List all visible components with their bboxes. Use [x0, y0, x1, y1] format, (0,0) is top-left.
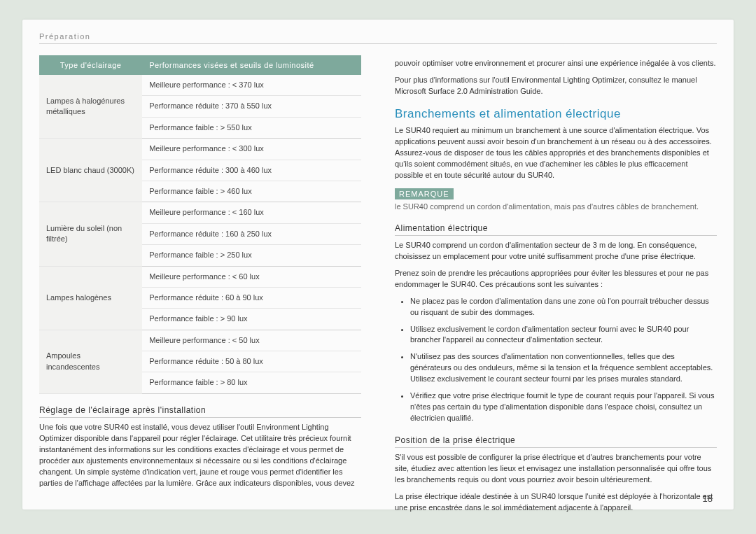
subhead-alimentation: Alimentation électrique — [395, 223, 717, 236]
note-badge: REMARQUE — [395, 188, 454, 199]
list-item: Ne placez pas le cordon d'alimentation d… — [410, 296, 717, 318]
heading-branchements: Branchements et alimentation électrique — [395, 107, 717, 121]
table-header-type: Type d'éclairage — [39, 55, 142, 75]
table-perf-cell: Meilleure performance : < 60 lux — [142, 266, 361, 287]
para-intro2: Pour plus d'informations sur l'outil Env… — [395, 75, 717, 97]
breadcrumb: Préparation — [39, 32, 717, 44]
para-reglage: Une fois que votre SUR40 est installé, v… — [39, 422, 361, 489]
table-type-cell: LED blanc chaud (3000K) — [39, 139, 142, 202]
table-perf-cell: Performance faible : > 80 lux — [142, 372, 361, 393]
para-intro1: pouvoir optimiser votre environnement et… — [395, 58, 717, 69]
power-bullets: Ne placez pas le cordon d'alimentation d… — [395, 296, 717, 424]
table-perf-cell: Performance réduite : 60 à 90 lux — [142, 287, 361, 308]
para-outlet1: S'il vous est possible de configurer la … — [395, 452, 717, 486]
table-perf-cell: Performance réduite : 50 à 80 lux — [142, 351, 361, 372]
para-main: Le SUR40 requiert au minimum un branchem… — [395, 125, 717, 181]
table-perf-cell: Performance faible : > 90 lux — [142, 309, 361, 330]
table-perf-cell: Meilleure performance : < 50 lux — [142, 330, 361, 351]
table-header-perf: Performances visées et seuils de luminos… — [142, 55, 361, 75]
table-type-cell: Lumière du soleil (non filtrée) — [39, 202, 142, 266]
lighting-table: Type d'éclairage Performances visées et … — [39, 55, 361, 394]
subhead-reglage: Réglage de l'éclairage après l'installat… — [39, 405, 361, 418]
list-item: N'utilisez pas des sources d'alimentatio… — [410, 351, 717, 385]
table-type-cell: Ampoules incandescentes — [39, 330, 142, 393]
list-item: Utilisez exclusivement le cordon d'alime… — [410, 324, 717, 346]
table-perf-cell: Meilleure performance : < 370 lux — [142, 75, 361, 96]
left-column: Type d'éclairage Performances visées et … — [39, 55, 361, 519]
page-number: 18 — [703, 493, 713, 504]
table-type-cell: Lampes halogènes — [39, 266, 142, 330]
table-perf-cell: Meilleure performance : < 300 lux — [142, 139, 361, 160]
table-perf-cell: Performance faible : > 460 lux — [142, 181, 361, 202]
table-perf-cell: Performance réduite : 370 à 550 lux — [142, 96, 361, 117]
right-column: pouvoir optimiser votre environnement et… — [395, 55, 717, 519]
para-outlet2: La prise électrique idéale destinée à un… — [395, 491, 717, 514]
table-type-cell: Lampes à halogénures métalliques — [39, 75, 142, 139]
list-item: Vérifiez que votre prise électrique four… — [410, 391, 717, 424]
para-power2: Prenez soin de prendre les précautions a… — [395, 268, 717, 290]
table-perf-cell: Performance faible : > 250 lux — [142, 245, 361, 266]
para-power1: Le SUR40 comprend un cordon d'alimentati… — [395, 240, 717, 262]
table-perf-cell: Performance réduite : 160 à 250 lux — [142, 223, 361, 244]
table-perf-cell: Meilleure performance : < 160 lux — [142, 202, 361, 223]
table-perf-cell: Performance réduite : 300 à 460 lux — [142, 160, 361, 181]
table-perf-cell: Performance faible : > 550 lux — [142, 117, 361, 138]
subhead-position: Position de la prise électrique — [395, 435, 717, 448]
note-text: le SUR40 comprend un cordon d'alimentati… — [395, 202, 717, 212]
